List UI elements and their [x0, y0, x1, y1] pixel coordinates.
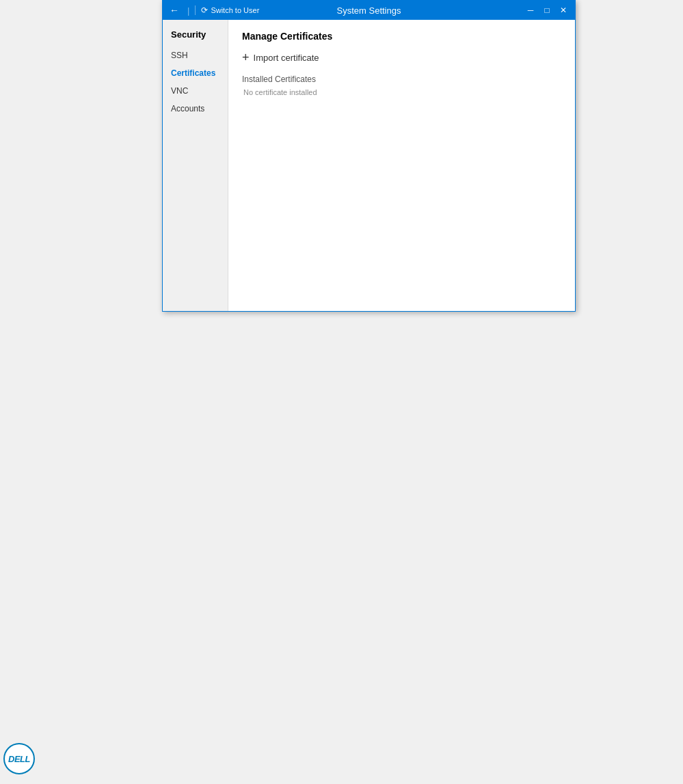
back-button[interactable]: ← [167, 3, 182, 17]
sidebar-item-vnc-label: VNC [171, 86, 188, 96]
import-certificate-button[interactable]: + Import certificate [242, 51, 319, 64]
import-certificate-label: Import certificate [254, 53, 319, 63]
sidebar-item-certificates-label: Certificates [171, 68, 215, 78]
window-title: System Settings [337, 5, 401, 16]
minimize-button[interactable]: ─ [523, 3, 538, 18]
dell-logo-circle: DELL [3, 743, 35, 774]
titlebar: ← | ⟳ Switch to User System Settings ─ □… [163, 1, 575, 20]
switch-to-user[interactable]: ⟳ Switch to User [195, 5, 259, 15]
titlebar-controls: ─ □ ✕ [523, 3, 571, 18]
sidebar-item-ssh[interactable]: SSH [163, 46, 228, 64]
switch-icon: ⟳ [201, 5, 208, 15]
sidebar-item-certificates[interactable]: Certificates [163, 64, 228, 82]
switch-to-user-label: Switch to User [211, 6, 259, 14]
dell-text: DELL [8, 754, 30, 764]
plus-icon: + [242, 51, 250, 64]
titlebar-left: ← | ⟳ Switch to User [167, 3, 259, 17]
sidebar: Security SSH Certificates VNC Accounts [163, 20, 228, 311]
installed-certificates-section-title: Installed Certificates [242, 75, 561, 84]
main-content: Manage Certificates + Import certificate… [228, 20, 575, 311]
maximize-button[interactable]: □ [539, 3, 554, 18]
page-title: Manage Certificates [242, 31, 561, 42]
back-icon: ← [170, 5, 179, 16]
sidebar-item-vnc[interactable]: VNC [163, 82, 228, 100]
sidebar-item-accounts-label: Accounts [171, 104, 204, 113]
system-settings-window: ← | ⟳ Switch to User System Settings ─ □… [162, 0, 576, 312]
sidebar-item-accounts[interactable]: Accounts [163, 100, 228, 118]
dell-logo: DELL [3, 743, 35, 774]
close-button[interactable]: ✕ [556, 3, 571, 18]
window-body: Security SSH Certificates VNC Accounts M… [163, 20, 575, 311]
no-certificates-message: No certificate installed [243, 88, 561, 96]
sidebar-item-ssh-label: SSH [171, 51, 188, 60]
sidebar-title: Security [163, 25, 228, 46]
